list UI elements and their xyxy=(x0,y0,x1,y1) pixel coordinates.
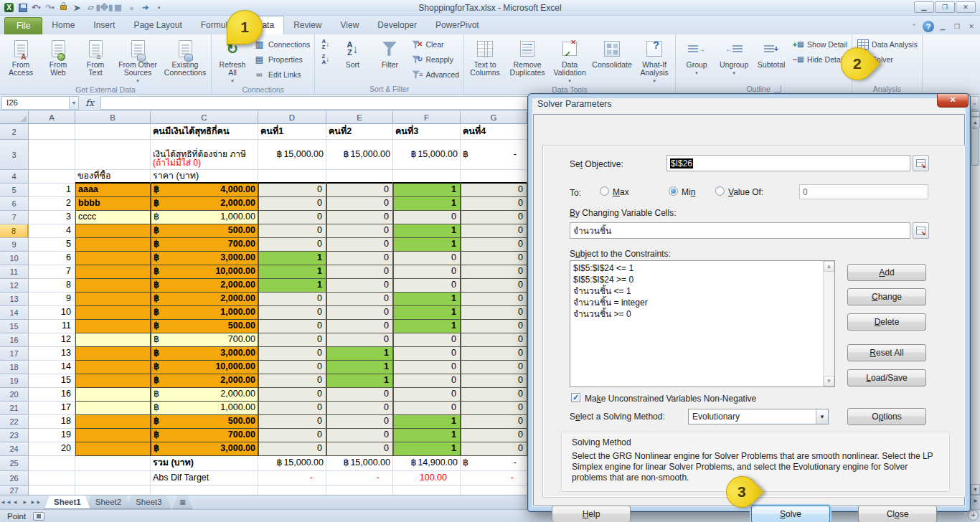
column-header-B[interactable]: B xyxy=(75,111,151,124)
cell-C12[interactable]: ฿2,000.00 xyxy=(151,279,258,293)
workbook-restore-icon[interactable]: ❐ xyxy=(951,22,963,32)
cell-F16[interactable]: 0 xyxy=(393,333,461,347)
column-header-E[interactable]: E xyxy=(326,111,393,124)
column-header-F[interactable]: F xyxy=(393,111,461,124)
cell-F19[interactable]: 0 xyxy=(393,374,461,388)
cell-C8[interactable]: ฿500.00 xyxy=(151,224,258,238)
cell-G16[interactable]: 0 xyxy=(461,333,527,347)
cell-A7[interactable]: 3 xyxy=(29,211,75,224)
sheet-tab-sheet1[interactable]: Sheet1 xyxy=(44,495,90,509)
ribbon-tab-developer[interactable]: Developer xyxy=(368,16,426,34)
ribbon-tab-review[interactable]: Review xyxy=(284,16,331,34)
cell-A3[interactable] xyxy=(29,140,75,170)
cell-D20[interactable]: 0 xyxy=(258,388,326,402)
cell-B17[interactable] xyxy=(75,347,151,361)
cell-F9[interactable]: 1 xyxy=(393,238,461,252)
ribbon-tab-insert[interactable]: Insert xyxy=(84,16,124,34)
cell-D16[interactable]: 0 xyxy=(258,333,326,347)
cell-A26[interactable] xyxy=(29,471,75,486)
cell-E13[interactable]: 0 xyxy=(326,293,393,306)
ribbon-tab-home[interactable]: Home xyxy=(42,16,84,34)
cell-A17[interactable]: 13 xyxy=(29,347,75,361)
cell-C25[interactable]: รวม (บาท) xyxy=(151,456,258,471)
cell-A6[interactable]: 2 xyxy=(29,197,75,211)
cell-D22[interactable]: 0 xyxy=(258,415,326,429)
cell-C23[interactable]: ฿700.00 xyxy=(151,429,258,442)
cell-G19[interactable]: 0 xyxy=(461,374,527,388)
row-header-2[interactable]: 2 xyxy=(0,124,29,140)
cell-D14[interactable]: 0 xyxy=(258,306,326,320)
row-header-23[interactable]: 23 xyxy=(0,429,29,442)
cell-D13[interactable]: 0 xyxy=(258,293,326,306)
radio-max-label[interactable]: Max xyxy=(613,187,629,197)
objective-range-picker-icon[interactable] xyxy=(913,155,929,171)
row-header-7[interactable]: 7 xyxy=(0,211,29,224)
cell-E9[interactable]: 0 xyxy=(326,238,393,252)
cell-E7[interactable]: 0 xyxy=(326,211,393,224)
cell-D11[interactable]: 1 xyxy=(258,265,326,279)
cell-E8[interactable]: 0 xyxy=(326,224,393,238)
cell-G4[interactable] xyxy=(461,170,527,184)
record-macro-icon[interactable]: ● xyxy=(126,2,138,14)
ribbon-tab-page-layout[interactable]: Page Layout xyxy=(124,16,191,34)
add-button[interactable]: Add xyxy=(847,264,926,281)
cell-B11[interactable] xyxy=(75,265,151,279)
last-sheet-icon[interactable]: ►► xyxy=(30,499,40,506)
ribbon-tab-view[interactable]: View xyxy=(331,16,369,34)
row-header-6[interactable]: 6 xyxy=(0,197,29,211)
cell-F25[interactable]: ฿14,900.00 xyxy=(393,456,461,471)
cell-E16[interactable]: 0 xyxy=(326,333,393,347)
cell-D4[interactable] xyxy=(258,170,326,184)
cell-G25[interactable]: ฿- xyxy=(461,456,527,471)
row-header-13[interactable]: 13 xyxy=(0,293,29,306)
cell-G14[interactable]: 0 xyxy=(461,306,527,320)
cell-F23[interactable]: 1 xyxy=(393,429,461,442)
row-header-11[interactable]: 11 xyxy=(0,265,29,279)
cell-B9[interactable] xyxy=(75,238,151,252)
solve-button[interactable]: Solve xyxy=(751,506,830,522)
row-header-25[interactable]: 25 xyxy=(0,456,29,471)
cell-C14[interactable]: ฿1,000.00 xyxy=(151,306,258,320)
cell-G12[interactable]: 0 xyxy=(461,279,527,293)
ribbon-item-clear[interactable]: ✕Clear xyxy=(408,37,461,52)
solving-method-dropdown-icon[interactable]: ▼ xyxy=(816,409,828,424)
cell-C4[interactable]: ราคา (บาท) xyxy=(151,170,258,184)
cell-F26[interactable]: 100.00 xyxy=(393,471,461,486)
cell-F17[interactable]: 0 xyxy=(393,347,461,361)
cell-E25[interactable]: ฿15,000.00 xyxy=(326,456,393,471)
cell-A22[interactable]: 18 xyxy=(29,415,75,429)
cell-A13[interactable]: 9 xyxy=(29,293,75,306)
cell-C20[interactable]: ฿2,000.00 xyxy=(151,388,258,402)
sheet-tab-sheet3[interactable]: Sheet3 xyxy=(126,495,171,509)
cell-E4[interactable] xyxy=(326,170,393,184)
ribbon-item-filter[interactable]: Filter xyxy=(371,36,408,83)
row-header-5[interactable]: 5 xyxy=(0,184,29,197)
cell-A15[interactable]: 11 xyxy=(29,320,75,333)
cell-B21[interactable] xyxy=(75,402,151,415)
cell-F8[interactable]: 1 xyxy=(393,224,461,238)
cell-G26[interactable]: - xyxy=(461,471,527,486)
cell-C10[interactable]: ฿3,000.00 xyxy=(151,252,258,265)
cell-B22[interactable] xyxy=(75,415,151,429)
constraints-scroll-up-icon[interactable]: ▲ xyxy=(824,261,834,272)
cell-B6[interactable]: bbbb xyxy=(75,197,151,211)
cell-B25[interactable] xyxy=(75,456,151,471)
save-icon[interactable] xyxy=(17,2,29,14)
cell-B15[interactable] xyxy=(75,320,151,333)
cell-D18[interactable]: 0 xyxy=(258,361,326,374)
cell-C24[interactable]: ฿3,000.00 xyxy=(151,442,258,456)
cell-D17[interactable]: 0 xyxy=(258,347,326,361)
cell-G23[interactable]: 0 xyxy=(461,429,527,442)
ribbon-item-existing-connections[interactable]: ExistingConnections xyxy=(161,36,209,85)
cell-C2[interactable]: คนมีเงินได้สุทธิกี่คน xyxy=(151,124,258,140)
cell-C26[interactable]: Abs Dif Target xyxy=(151,471,258,486)
cell-F18[interactable]: 0 xyxy=(393,361,461,374)
cell-C11[interactable]: ฿10,000.00 xyxy=(151,265,258,279)
close-button-dialog[interactable]: Close xyxy=(858,506,937,522)
cell-B14[interactable] xyxy=(75,306,151,320)
row-header-8[interactable]: 8 xyxy=(0,224,29,238)
ribbon-item-what-if-analysis[interactable]: ?What-IfAnalysis▾ xyxy=(636,36,673,85)
ribbon-item-show-detail[interactable]: +▤Show Detail xyxy=(790,37,849,52)
cell-F15[interactable]: 1 xyxy=(393,320,461,333)
cell-D5[interactable]: 0 xyxy=(258,184,326,197)
